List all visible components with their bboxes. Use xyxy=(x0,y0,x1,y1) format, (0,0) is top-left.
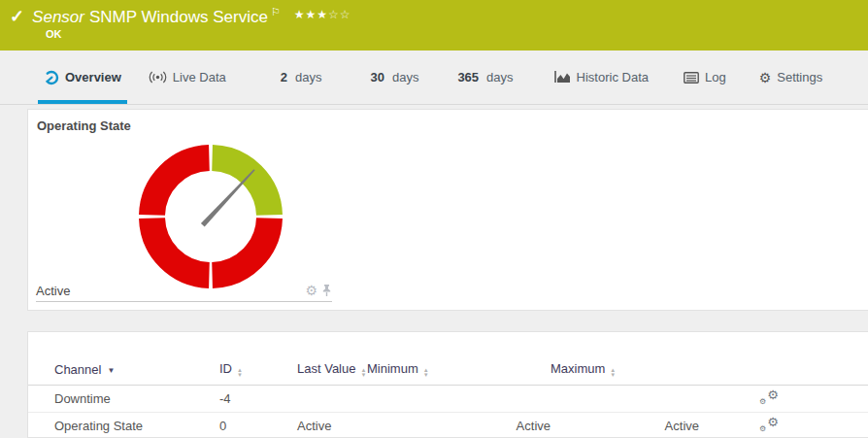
operating-state-gauge xyxy=(133,139,288,294)
column-label: Last Value xyxy=(297,361,355,376)
cell-actions: ⚙⚙ xyxy=(699,412,868,438)
tab-label: Live Data xyxy=(173,70,226,84)
table-row-operating-state[interactable]: Operating State 0 Active Active Active ⚙… xyxy=(28,412,868,438)
page-title: SensorSNMP Windows Service xyxy=(32,6,268,29)
tab-historic-data[interactable]: Historic Data xyxy=(554,51,649,104)
gear-large-glyph: ⚙ xyxy=(767,388,779,401)
sort-icon: ▲▼ xyxy=(237,368,243,378)
cell-actions: ⚙⚙ xyxy=(699,385,868,412)
sort-desc-glyph: ▼ xyxy=(423,373,429,378)
column-header-id[interactable]: ID▲▼ xyxy=(219,355,297,385)
cell-maximum xyxy=(551,385,699,412)
column-header-channel[interactable]: Channel▼ xyxy=(28,355,219,385)
cell-id: -4 xyxy=(219,385,297,412)
ok-check-icon: ✓ xyxy=(10,6,24,27)
cell-id: 0 xyxy=(219,412,297,438)
channel-table-header-row: Channel▼ ID▲▼ Last Value▲▼ Minimum▲▼ Max… xyxy=(28,355,868,385)
tab-label: Overview xyxy=(65,70,121,84)
flag-icon[interactable]: ⚐ xyxy=(271,5,281,18)
tab-log[interactable]: Log xyxy=(684,51,726,104)
sort-desc-glyph: ▼ xyxy=(610,373,616,378)
sensor-name: SNMP Windows Service xyxy=(89,8,268,26)
gauge-segment-alarm-3 xyxy=(152,158,210,216)
area-chart-icon xyxy=(554,71,571,84)
pin-icon[interactable] xyxy=(321,284,332,297)
sort-icon: ▲▼ xyxy=(423,368,429,378)
gauge-value-label: Active xyxy=(36,284,70,298)
cell-channel[interactable]: Operating State xyxy=(28,412,219,438)
tab-label: Settings xyxy=(777,70,822,84)
cell-maximum: Active xyxy=(551,412,699,438)
overview-gauge-panel: Operating State Active ⚙ xyxy=(27,109,868,311)
log-list-icon xyxy=(684,72,699,84)
gauge-segment-alarm-2 xyxy=(152,219,210,276)
cell-minimum xyxy=(367,385,551,412)
column-label: Channel xyxy=(54,362,101,377)
gear-small-glyph: ⚙ xyxy=(759,398,766,406)
tab-label: days xyxy=(392,70,418,84)
gear-small-glyph: ⚙ xyxy=(759,425,766,433)
tab-label: Log xyxy=(705,70,726,84)
sensor-tabbar: Overview Live Data 2 days 30 days 365 da… xyxy=(0,51,868,105)
channel-table-panel: Channel▼ ID▲▼ Last Value▲▼ Minimum▲▼ Max… xyxy=(27,331,868,438)
column-label: Minimum xyxy=(367,361,418,376)
tab-30-days[interactable]: 30 days xyxy=(370,51,418,104)
tab-365-days[interactable]: 365 days xyxy=(457,51,513,104)
cell-minimum: Active xyxy=(367,412,551,438)
tab-label: Historic Data xyxy=(577,70,649,84)
column-header-last-value[interactable]: Last Value▲▼ xyxy=(297,355,367,385)
gear-icon: ⚙ xyxy=(759,71,772,84)
channel-settings-gears-icon[interactable]: ⚙⚙ xyxy=(759,389,779,405)
cell-last-value xyxy=(297,385,367,412)
channel-settings-gears-icon[interactable]: ⚙⚙ xyxy=(759,417,779,432)
status-badge: OK xyxy=(46,28,62,40)
tab-live-data[interactable]: Live Data xyxy=(149,51,226,104)
tab-number: 2 xyxy=(281,70,287,84)
tab-label: days xyxy=(486,70,513,84)
cell-channel[interactable]: Downtime xyxy=(28,385,219,412)
column-header-minimum[interactable]: Minimum▲▼ xyxy=(367,355,551,385)
sort-desc-icon: ▼ xyxy=(107,366,115,375)
column-header-actions xyxy=(699,355,868,385)
cell-last-value: Active xyxy=(297,412,367,438)
gear-large-glyph: ⚙ xyxy=(767,416,779,428)
tab-settings[interactable]: ⚙ Settings xyxy=(759,51,823,104)
gauge-needle xyxy=(201,168,256,227)
sort-desc-glyph: ▼ xyxy=(237,373,243,378)
gauge-icon xyxy=(44,70,59,85)
tab-number: 365 xyxy=(457,70,479,84)
gauge-segment-alarm-1 xyxy=(213,219,270,276)
gauge-needle-shape xyxy=(201,168,256,227)
gauge-footer-icons: ⚙ xyxy=(305,284,332,297)
banner-title-row: ✓ SensorSNMP Windows Service ⚐ ★★★☆☆ xyxy=(10,6,351,29)
gauge-title: Operating State xyxy=(37,118,131,133)
column-label: Maximum xyxy=(551,361,605,376)
channel-table: Channel▼ ID▲▼ Last Value▲▼ Minimum▲▼ Max… xyxy=(28,355,868,438)
sensor-status-banner: ✓ SensorSNMP Windows Service ⚐ ★★★☆☆ OK xyxy=(0,0,868,51)
sensor-kind-label: Sensor xyxy=(32,8,84,26)
gauge-footer: Active ⚙ xyxy=(36,280,332,302)
stars-empty: ☆☆ xyxy=(328,8,351,21)
tab-overview[interactable]: Overview xyxy=(44,51,121,104)
tab-label: days xyxy=(295,70,321,84)
sort-desc-glyph: ▼ xyxy=(360,373,366,378)
table-row-downtime[interactable]: Downtime -4 ⚙⚙ xyxy=(28,385,868,412)
stars-filled: ★★★ xyxy=(294,8,328,21)
live-data-icon xyxy=(149,71,167,84)
sort-icon: ▲▼ xyxy=(360,368,366,378)
priority-stars[interactable]: ★★★☆☆ xyxy=(294,8,351,21)
gauge-settings-gear-icon[interactable]: ⚙ xyxy=(305,284,317,297)
tab-number: 30 xyxy=(370,70,384,84)
column-label: ID xyxy=(219,361,232,376)
sort-icon: ▲▼ xyxy=(610,368,616,378)
tab-2-days[interactable]: 2 days xyxy=(281,51,322,104)
column-header-maximum[interactable]: Maximum▲▼ xyxy=(551,355,699,385)
